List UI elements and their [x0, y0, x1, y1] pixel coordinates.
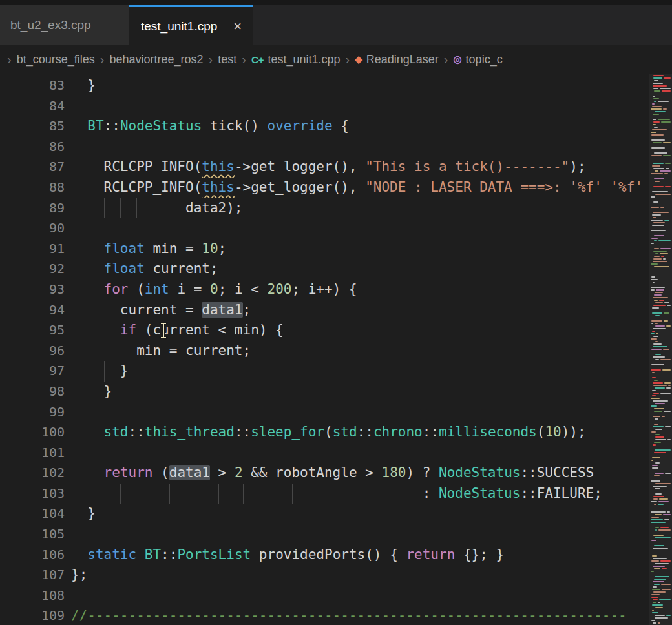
line-number[interactable]: 100: [0, 422, 65, 443]
editor-line[interactable]: 105: [0, 524, 649, 545]
line-number[interactable]: 86: [0, 137, 65, 158]
editor-line[interactable]: 108: [0, 586, 649, 606]
minimap-token: [651, 243, 654, 244]
editor-line[interactable]: 103 : NodeStatus::FAILURE;: [0, 484, 649, 504]
line-number[interactable]: 84: [0, 96, 65, 117]
line-number[interactable]: 88: [0, 178, 65, 198]
editor-line[interactable]: 92 float current;: [0, 259, 649, 280]
code-editor[interactable]: 83 }8485 BT::NodeStatus tick() override …: [0, 74, 672, 625]
editor-line[interactable]: 90: [0, 218, 649, 239]
minimap-token: [656, 333, 658, 334]
line-number[interactable]: 96: [0, 341, 65, 362]
editor-line[interactable]: 89 data2);: [0, 198, 649, 219]
line-number[interactable]: 103: [0, 484, 65, 504]
minimap-line: [651, 256, 671, 257]
minimap-line: [651, 106, 671, 107]
line-number[interactable]: 90: [0, 218, 65, 239]
line-number[interactable]: 105: [0, 524, 65, 545]
minimap[interactable]: [649, 74, 672, 625]
minimap-line: [651, 475, 671, 476]
editor-line[interactable]: 86: [0, 137, 649, 158]
minimap-token: [661, 584, 671, 585]
editor-line[interactable]: 97 }: [0, 361, 649, 382]
indent-guide: [145, 484, 145, 504]
breadcrumb-item-topic_c[interactable]: ◎topic_c: [454, 53, 503, 67]
line-number[interactable]: 85: [0, 116, 65, 137]
editor-line[interactable]: 107};: [0, 565, 649, 586]
editor-line[interactable]: 95 if (current < min) {: [0, 320, 649, 341]
editor-line[interactable]: 91 float min = 10;: [0, 239, 649, 260]
tab-test_unit1.cpp[interactable]: test_unit1.cpp×: [129, 5, 253, 45]
editor-line[interactable]: 101: [0, 443, 649, 464]
editor-line[interactable]: 85 BT::NodeStatus tick() override {: [0, 116, 649, 137]
line-number[interactable]: 109: [0, 606, 65, 625]
minimap-line: [651, 98, 671, 99]
class-icon: ◆: [355, 54, 362, 65]
breadcrumb-item-test[interactable]: test: [218, 53, 236, 67]
line-number[interactable]: 94: [0, 300, 65, 321]
line-number[interactable]: 104: [0, 504, 65, 524]
minimap-line: [651, 315, 671, 316]
code-token: NodeStatus: [439, 465, 520, 480]
line-number[interactable]: 101: [0, 443, 65, 464]
code-token: }: [71, 506, 96, 521]
editor-line[interactable]: 93 for (int i = 0; i < 200; i++) {: [0, 280, 649, 300]
minimap-token: [660, 393, 671, 394]
editor-line[interactable]: 83 }: [0, 76, 649, 96]
breadcrumb-item-test_unit1.cpp[interactable]: C+test_unit1.cpp: [251, 53, 341, 67]
minimap-line: [651, 553, 671, 554]
line-number[interactable]: 92: [0, 259, 65, 280]
editor-line[interactable]: 109//-----------------------------------…: [0, 606, 649, 625]
minimap-token: [654, 294, 662, 296]
line-number[interactable]: 106: [0, 545, 65, 566]
editor-line[interactable]: 88 RCLCPP_INFO(this->get_logger(), "NODE…: [0, 178, 649, 198]
minimap-token: [658, 501, 669, 502]
line-number[interactable]: 99: [0, 402, 65, 423]
breadcrumb-item-bt_course_files[interactable]: bt_course_files: [17, 53, 95, 67]
line-number[interactable]: 89: [0, 198, 65, 219]
editor-line[interactable]: 87 RCLCPP_INFO(this->get_logger(), "This…: [0, 157, 649, 178]
minimap-line: [651, 449, 671, 451]
tab-bt_u2_ex3.cpp[interactable]: bt_u2_ex3.cpp: [0, 5, 129, 45]
minimap-line: [651, 199, 671, 200]
editor-line[interactable]: 94 current = data1;: [0, 300, 649, 321]
editor-line[interactable]: 84: [0, 96, 649, 117]
editor-line[interactable]: 98 }: [0, 382, 649, 402]
line-number[interactable]: 93: [0, 280, 65, 300]
line-number[interactable]: 91: [0, 239, 65, 260]
minimap-token: [652, 129, 667, 130]
editor-line[interactable]: 102 return (data1 > 2 && robotAngle > 18…: [0, 463, 649, 484]
minimap-token: [662, 568, 667, 569]
breadcrumb-item-behaviortree_ros2[interactable]: behaviortree_ros2: [109, 53, 203, 67]
line-number[interactable]: 107: [0, 565, 65, 586]
line-number[interactable]: 95: [0, 320, 65, 341]
editor-line[interactable]: 100 std::this_thread::sleep_for(std::chr…: [0, 422, 649, 443]
minimap-line: [651, 163, 671, 164]
minimap-line: [651, 225, 671, 226]
breadcrumb-item-ReadingLaser[interactable]: ◆ReadingLaser: [355, 53, 439, 67]
editor-lines[interactable]: 83 }8485 BT::NodeStatus tick() override …: [0, 74, 649, 625]
line-number[interactable]: 87: [0, 157, 65, 178]
line-number[interactable]: 102: [0, 463, 65, 484]
minimap-token: [653, 336, 658, 337]
line-number[interactable]: 83: [0, 76, 65, 96]
line-number[interactable]: 98: [0, 382, 65, 402]
code-token: ) ?: [406, 465, 439, 480]
minimap-line: [651, 434, 671, 435]
minimap-token: [655, 527, 659, 528]
editor-line[interactable]: 99: [0, 402, 649, 423]
minimap-token: [651, 287, 665, 288]
close-icon[interactable]: ×: [233, 19, 242, 34]
minimap-line: [651, 501, 671, 502]
minimap-token: [652, 103, 655, 105]
editor-line[interactable]: 104 }: [0, 504, 649, 524]
line-number[interactable]: 97: [0, 361, 65, 382]
line-number[interactable]: 108: [0, 586, 65, 606]
code-token: [71, 282, 104, 297]
editor-line[interactable]: 106 static BT::PortsList providedPorts()…: [0, 545, 649, 566]
editor-line[interactable]: 96 min = current;: [0, 341, 649, 362]
minimap-line: [651, 532, 671, 533]
minimap-token: [660, 170, 671, 172]
indent-guide: [194, 484, 194, 504]
minimap-line: [651, 168, 671, 169]
